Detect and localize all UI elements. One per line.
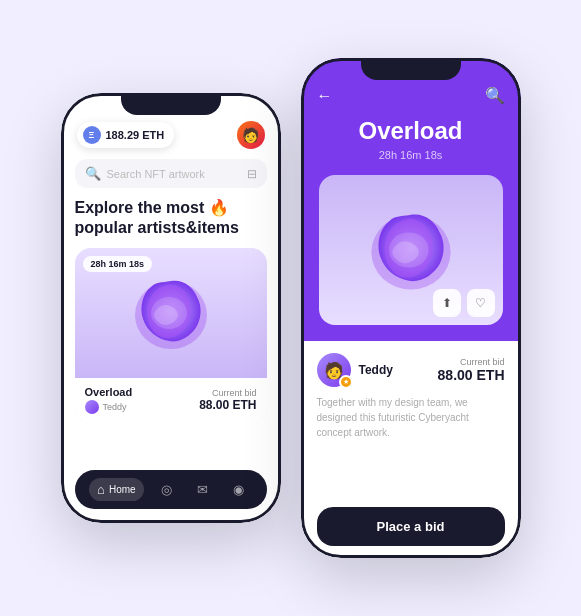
nft-description: Together with my design team, we designe… [317,395,505,495]
right-bid-info: Current bid 88.00 ETH [438,357,505,383]
profile-icon: ◉ [233,482,244,497]
status-bar-left: Ξ 188.29 ETH 🧑 [61,93,281,155]
nft-name-left: Overload [85,386,133,398]
filter-icon[interactable]: ⊟ [247,167,257,181]
search-icon-right[interactable]: 🔍 [485,86,505,105]
bottom-nav: ⌂ Home ◎ ✉ ◉ [75,470,267,509]
nft-card-left[interactable]: 28h 16m 18s [75,248,267,424]
headline: Explore the most 🔥 popular artists&items [61,196,281,248]
eth-icon: Ξ [83,126,101,144]
author-name-left: Teddy [103,402,127,412]
search-bar[interactable]: 🔍 Search NFT artwork ⊟ [75,159,267,188]
explore-icon: ◎ [161,482,172,497]
seller-row: 🧑 ★ Teddy Current bid 88.00 ETH [317,353,505,387]
left-phone: Ξ 188.29 ETH 🧑 🔍 Search NFT artwork ⊟ Ex… [61,93,281,523]
place-bid-button[interactable]: Place a bid [317,507,505,546]
eth-balance-badge: Ξ 188.29 ETH [77,122,175,148]
right-bottom-section: 🧑 ★ Teddy Current bid 88.00 ETH Together… [301,341,521,558]
nav-profile[interactable]: ◉ [225,478,252,501]
right-nav: ← 🔍 [317,86,505,105]
seller-badge: ★ [339,375,353,389]
seller-name: Teddy [359,363,393,377]
nav-home-label: Home [109,484,136,495]
nav-home[interactable]: ⌂ Home [89,478,144,501]
right-top-section: ← 🔍 Overload 28h 16m 18s [301,58,521,341]
seller-avatar: 🧑 ★ [317,353,351,387]
home-icon: ⌂ [97,482,105,497]
search-icon: 🔍 [85,166,101,181]
right-title: Overload [317,117,505,145]
nav-inbox[interactable]: ✉ [189,478,216,501]
nft-timer-left: 28h 16m 18s [83,256,153,272]
user-avatar[interactable]: 🧑 [237,121,265,149]
nav-explore[interactable]: ◎ [153,478,180,501]
bid-label-left: Current bid [199,388,256,398]
right-bid-label: Current bid [438,357,505,367]
right-timer: 28h 16m 18s [317,149,505,161]
headline-text: Explore the most 🔥 popular artists&items [75,198,267,238]
like-button[interactable]: ♡ [467,289,495,317]
seller-info: 🧑 ★ Teddy [317,353,393,387]
search-placeholder: Search NFT artwork [107,168,241,180]
right-phone: ← 🔍 Overload 28h 16m 18s [301,58,521,558]
bid-info-left: Current bid 88.00 ETH [199,388,256,412]
bid-amount-left: 88.00 ETH [199,398,256,412]
artwork-actions: ⬆ ♡ [433,289,495,317]
nft-artwork-right: ⬆ ♡ [319,175,503,325]
right-bid-amount: 88.00 ETH [438,367,505,383]
eth-balance: 188.29 ETH [106,129,165,141]
back-arrow-icon[interactable]: ← [317,87,333,105]
inbox-icon: ✉ [197,482,208,497]
author-avatar-left [85,400,99,414]
share-button[interactable]: ⬆ [433,289,461,317]
nft-info-left: Overload Teddy Current bid 88.00 ETH [75,378,267,424]
nft-author-left: Teddy [85,400,133,414]
